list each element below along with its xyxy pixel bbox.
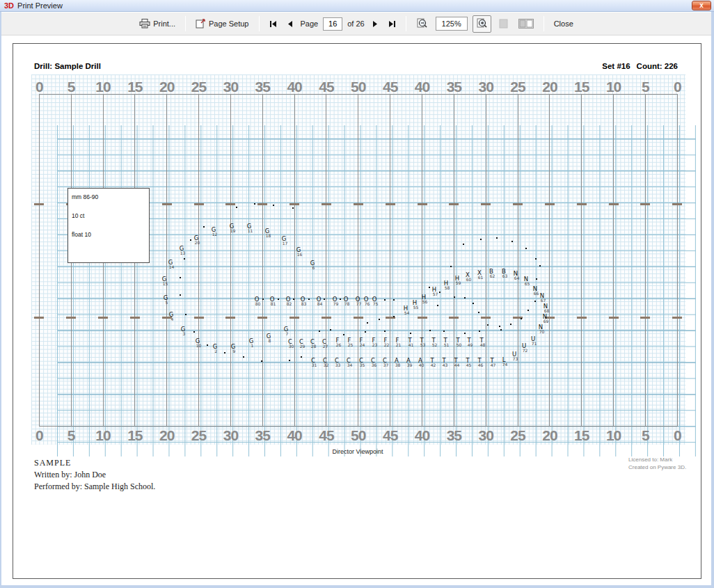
written-by: Written by: John Doe xyxy=(34,469,155,481)
next-page-button[interactable] xyxy=(370,19,381,29)
show-credits: SAMPLE Written by: John Doe Performed by… xyxy=(34,457,155,493)
page-setup-icon xyxy=(196,19,206,29)
pyware-3d-logo: 3D xyxy=(4,1,14,10)
toolbar: Print... Page Setup Page of 26 xyxy=(1,13,711,35)
window-border-bottom xyxy=(0,585,714,588)
viewpoint-label: Director Viewpoint xyxy=(13,448,702,455)
zoom-in-icon xyxy=(476,18,488,30)
field-grid xyxy=(57,125,696,456)
preview-area: Drill: Sample Drill Set #16 Count: 226 0… xyxy=(1,35,711,585)
note-line: 10 ct xyxy=(72,212,149,219)
note-line: mm 86-90 xyxy=(72,193,149,200)
window-title: Print Preview xyxy=(17,1,63,10)
close-window-button[interactable]: x xyxy=(692,1,711,10)
toolbar-separator xyxy=(544,16,544,31)
print-button[interactable]: Print... xyxy=(136,17,178,31)
first-page-button[interactable] xyxy=(267,19,280,29)
print-button-label: Print... xyxy=(153,19,175,28)
last-page-button[interactable] xyxy=(386,19,399,29)
previous-page-icon xyxy=(287,21,293,27)
page-setup-button-label: Page Setup xyxy=(209,19,249,28)
print-preview-window: 3D Print Preview x Print... xyxy=(0,0,714,588)
licensed-to: Licensed to: Mark xyxy=(628,456,686,463)
next-page-icon xyxy=(372,21,378,27)
page-count-label: of 26 xyxy=(347,19,364,28)
zoom-out-button[interactable] xyxy=(413,16,431,32)
last-page-icon xyxy=(388,21,396,27)
toolbar-separator xyxy=(185,16,186,31)
drill-title: Drill: Sample Drill xyxy=(34,62,101,70)
page-label: Page xyxy=(301,19,319,28)
zoom-level-display: 125% xyxy=(436,17,468,31)
printer-icon xyxy=(139,19,150,29)
window-border-left xyxy=(0,12,1,588)
close-preview-label: Close xyxy=(554,19,573,28)
page: Drill: Sample Drill Set #16 Count: 226 0… xyxy=(13,43,701,579)
zoom-out-icon xyxy=(416,18,428,30)
titlebar: 3D Print Preview x xyxy=(0,0,714,12)
toolbar-separator xyxy=(259,16,260,31)
page-number-input[interactable] xyxy=(323,17,342,31)
two-page-icon xyxy=(518,19,534,29)
single-page-view-button[interactable] xyxy=(496,17,511,31)
page-setup-button[interactable]: Page Setup xyxy=(193,17,252,31)
toolbar-separator xyxy=(406,16,406,31)
first-page-icon xyxy=(269,21,277,27)
window-border-right xyxy=(711,12,714,588)
close-preview-button[interactable]: Close xyxy=(551,17,576,30)
previous-page-button[interactable] xyxy=(285,19,296,29)
created-on: Created on Pyware 3D. xyxy=(628,463,686,471)
license-info: Licensed to: Mark Created on Pyware 3D. xyxy=(628,456,686,471)
show-title: SAMPLE xyxy=(34,457,155,469)
zoom-in-button[interactable] xyxy=(473,15,491,33)
two-page-view-button[interactable] xyxy=(516,17,537,31)
set-number: Set #16 xyxy=(602,62,630,70)
single-page-icon xyxy=(499,19,508,29)
note-line: float 10 xyxy=(72,231,149,238)
performed-by: Performed by: Sample High School. xyxy=(34,481,155,493)
set-info: Set #16 Count: 226 xyxy=(602,62,678,70)
count-number: Count: 226 xyxy=(637,62,678,70)
drill-note-box: mm 86-90 10 ct float 10 xyxy=(68,188,150,263)
